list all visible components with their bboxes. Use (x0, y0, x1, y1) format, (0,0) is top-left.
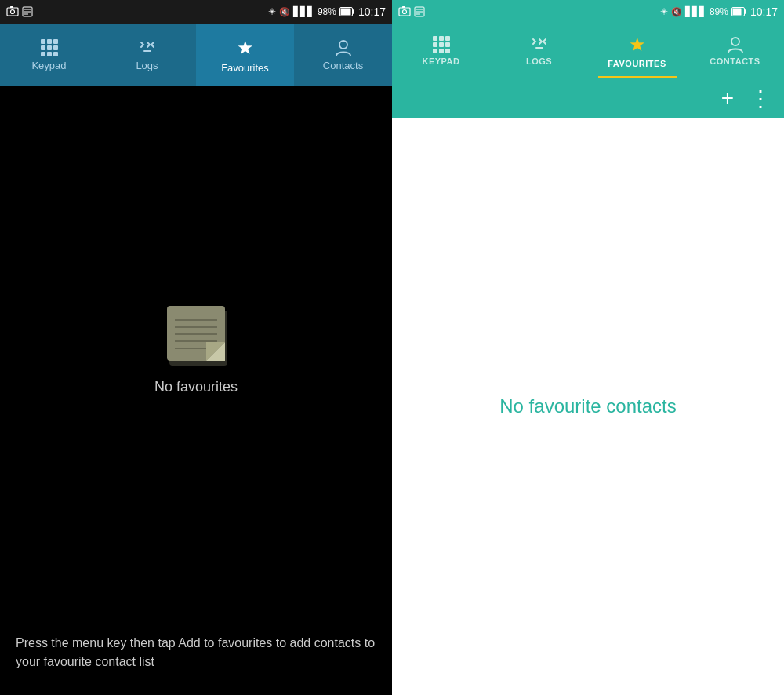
right-bluetooth-icon: ✳ (660, 6, 668, 17)
right-tab-logs[interactable]: LOGS (490, 24, 588, 78)
contacts-person-icon-left (335, 39, 352, 56)
svg-point-30 (731, 38, 739, 45)
svg-rect-0 (7, 8, 18, 16)
add-favourite-button[interactable]: + (721, 86, 734, 111)
left-tab-favourites[interactable]: ★ Favourites (196, 24, 294, 86)
svg-rect-19 (399, 8, 410, 16)
left-bluetooth-icon: ✳ (268, 6, 276, 17)
screenshot-icon (6, 6, 19, 17)
left-tab-contacts[interactable]: Contacts (294, 24, 392, 86)
left-empty-state: No favourites (0, 86, 392, 695)
right-mute-icon: 🔇 (671, 7, 682, 17)
left-status-left-icons (6, 6, 33, 17)
svg-point-11 (339, 41, 347, 49)
phone-logs-icon (22, 6, 33, 17)
left-tab-keypad[interactable]: Keypad (0, 24, 98, 86)
svg-rect-21 (402, 6, 405, 8)
left-status-bar: ✳ 🔇 ▋▋▋ 98% 10:17 (0, 0, 392, 24)
left-time: 10:17 (358, 5, 386, 18)
right-signal-icon: ▋▋▋ (685, 6, 706, 17)
favourites-star-icon: ★ (237, 37, 254, 59)
right-tab-logs-label: LOGS (526, 56, 552, 66)
left-tab-logs[interactable]: Logs (98, 24, 196, 86)
left-tab-logs-label: Logs (136, 60, 158, 71)
left-phone-screen: ✳ 🔇 ▋▋▋ 98% 10:17 Keypad (0, 0, 392, 695)
left-tab-keypad-label: Keypad (31, 60, 66, 71)
left-tab-bar: Keypad Logs ★ Favourites Contacts (0, 24, 392, 86)
svg-rect-8 (340, 9, 350, 16)
right-tab-keypad[interactable]: KEYPAD (392, 24, 490, 78)
svg-rect-29 (535, 47, 543, 49)
no-favourites-label: No favourites (154, 379, 238, 395)
svg-point-1 (11, 10, 15, 14)
left-mute-icon: 🔇 (279, 7, 290, 17)
left-signal-icon: ▋▋▋ (293, 6, 314, 17)
right-battery-text: 89% (710, 6, 728, 17)
right-logs-status-icon (414, 6, 425, 17)
right-action-bar: + ⋮ (392, 78, 784, 118)
right-tab-contacts-label: CONTACTS (710, 56, 760, 66)
svg-rect-10 (143, 50, 151, 52)
logs-icon (137, 39, 158, 56)
more-options-button[interactable]: ⋮ (750, 86, 771, 111)
left-battery-icon (339, 7, 355, 16)
svg-rect-27 (732, 9, 741, 16)
svg-rect-2 (10, 6, 13, 8)
hint-text: Press the menu key then tap Add to favou… (16, 634, 376, 671)
right-tab-favourites-label: FAVOURITES (608, 59, 666, 68)
right-tab-favourites[interactable]: ★ FAVOURITES (588, 24, 686, 78)
right-time: 10:17 (750, 5, 778, 18)
right-status-left-icons (398, 6, 425, 17)
right-tab-bar: KEYPAD LOGS ★ FAVOURITES CONTACTS (392, 24, 784, 78)
right-battery-icon (731, 7, 747, 16)
right-tab-keypad-label: KEYPAD (422, 56, 459, 66)
right-logs-tab-icon (529, 36, 550, 53)
right-tab-contacts[interactable]: CONTACTS (686, 24, 784, 78)
left-battery-text: 98% (318, 6, 336, 17)
no-favourite-contacts-label: No favourite contacts (499, 395, 676, 417)
left-tab-contacts-label: Contacts (323, 60, 363, 71)
right-status-bar: ✳ 🔇 ▋▋▋ 89% 10:17 (392, 0, 784, 24)
right-contacts-person-icon (727, 36, 744, 53)
right-status-right-icons: ✳ 🔇 ▋▋▋ 89% 10:17 (660, 5, 778, 18)
keypad-grid-icon (41, 39, 58, 56)
left-status-right-icons: ✳ 🔇 ▋▋▋ 98% 10:17 (268, 5, 386, 18)
right-favourites-star-icon: ★ (629, 34, 646, 56)
right-empty-state: No favourite contacts (392, 118, 784, 695)
right-screenshot-icon (398, 6, 411, 17)
svg-point-20 (403, 10, 407, 14)
left-tab-favourites-label: Favourites (221, 62, 269, 74)
right-phone-screen: ✳ 🔇 ▋▋▋ 89% 10:17 KEYPAD (392, 0, 784, 695)
svg-rect-28 (745, 9, 746, 14)
right-keypad-grid-icon (433, 36, 450, 53)
empty-notebook-icon (153, 293, 239, 379)
svg-rect-9 (353, 9, 354, 14)
